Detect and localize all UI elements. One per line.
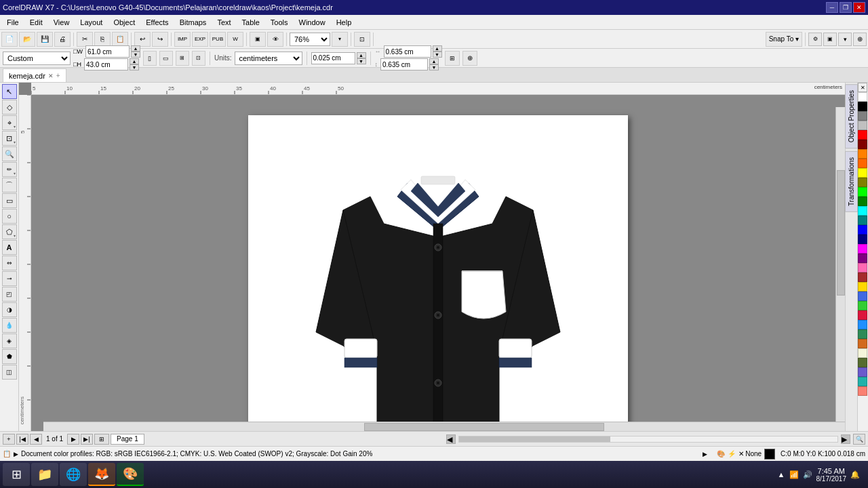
posy-spin-up[interactable]: ▲ <box>429 58 439 64</box>
transparency-tool[interactable]: ◑ <box>2 302 17 317</box>
menu-effects[interactable]: Effects <box>140 17 174 28</box>
taskbar-clock[interactable]: 7:45 AM 8/17/2017 <box>816 467 847 483</box>
page-tab-1[interactable]: Page 1 <box>111 434 144 445</box>
posx-input[interactable]: 0.635 cm <box>384 45 431 58</box>
horizontal-scroll-thumb[interactable] <box>364 423 605 431</box>
options-btn[interactable]: ⚙ <box>808 33 822 46</box>
color-swatch-21[interactable] <box>858 301 867 310</box>
color-swatch-13[interactable] <box>858 225 867 235</box>
color-swatch-3[interactable] <box>858 130 867 140</box>
white-swatch[interactable] <box>858 92 867 102</box>
menu-view[interactable]: View <box>48 17 75 28</box>
corel-btn[interactable]: 🎨 <box>117 463 144 486</box>
start-button[interactable]: ⊞ <box>3 463 30 486</box>
width-input[interactable]: 61.0 cm <box>85 45 130 58</box>
h-scroll-thumb[interactable] <box>459 436 610 442</box>
ellipse-tool[interactable]: ○ <box>2 209 17 224</box>
smear-tool[interactable]: ⌖ <box>2 115 17 130</box>
menu-tools[interactable]: Tools <box>265 17 294 28</box>
black-swatch[interactable] <box>858 102 867 111</box>
scroll-left-btn[interactable]: ◀ <box>446 434 456 444</box>
color-swatch-10[interactable] <box>858 197 867 206</box>
crop-tool[interactable]: ⊡ <box>2 131 17 146</box>
new-button[interactable]: 📄 <box>1 32 18 47</box>
text-tool[interactable]: A <box>2 240 17 255</box>
menu-bitmaps[interactable]: Bitmaps <box>174 17 212 28</box>
vertical-scroll-thumb[interactable] <box>837 170 845 296</box>
zoom-options[interactable]: ▾ <box>332 32 348 47</box>
restore-button[interactable]: ❐ <box>840 2 852 13</box>
ie-btn[interactable]: 🌐 <box>60 463 87 486</box>
zoom-dropdown[interactable]: 76% 100% 50% <box>290 33 330 46</box>
color-swatch-11[interactable] <box>858 206 867 216</box>
more-options[interactable]: ▾ <box>838 33 852 46</box>
menu-file[interactable]: File <box>1 17 24 28</box>
import-button[interactable]: IMP <box>174 32 191 47</box>
add-page[interactable]: ⊕ <box>853 33 867 46</box>
width-spin-up[interactable]: ▲ <box>131 45 140 52</box>
color-swatch-24[interactable] <box>858 329 867 339</box>
dimension-tool[interactable]: ⇔ <box>2 256 17 270</box>
color-swatch-26[interactable] <box>858 348 867 358</box>
horizontal-scrollbar[interactable] <box>43 422 845 431</box>
posx-spin-up[interactable]: ▲ <box>433 45 442 52</box>
color-swatch-12[interactable] <box>858 216 867 225</box>
color-swatch-19[interactable] <box>858 282 867 291</box>
posy-input[interactable]: 0.635 cm <box>380 58 428 70</box>
color-swatch-16[interactable] <box>858 253 867 263</box>
height-input[interactable]: 43.0 cm <box>84 58 128 70</box>
color-swatch-7[interactable] <box>858 168 867 178</box>
color-swatch-6[interactable] <box>858 159 867 168</box>
outline-tool[interactable]: ◫ <box>2 365 17 380</box>
color-swatch-25[interactable] <box>858 339 867 348</box>
window-controls[interactable]: ─ ❐ ✕ <box>826 2 865 13</box>
scroll-right-btn[interactable]: ▶ <box>841 434 850 444</box>
color-swatch-29[interactable] <box>858 377 867 386</box>
nudge-spin-down[interactable]: ▼ <box>357 58 366 64</box>
add-page-after-btn[interactable]: ⊞ <box>94 434 109 445</box>
height-spin-down[interactable]: ▼ <box>130 64 139 70</box>
next-page-btn[interactable]: ▶ <box>67 434 79 445</box>
nudge-input[interactable]: 0.025 cm <box>311 52 355 64</box>
height-spin-up[interactable]: ▲ <box>130 58 139 64</box>
drop-shadow-tool[interactable]: ◰ <box>2 287 17 302</box>
zoom-out-nav[interactable]: 🔍 <box>853 434 865 445</box>
menu-help[interactable]: Help <box>331 17 357 28</box>
notifications-btn[interactable]: 🔔 <box>850 470 860 479</box>
no-color-swatch[interactable]: ✕ <box>858 83 867 92</box>
select-tool[interactable]: ↖ <box>2 84 17 99</box>
smart-fill-tool[interactable]: ⬟ <box>2 349 17 364</box>
lens-btn[interactable]: 👁 <box>267 32 283 47</box>
color-swatch-18[interactable] <box>858 272 867 282</box>
color-swatch-4[interactable] <box>858 140 867 149</box>
menu-table[interactable]: Table <box>237 17 265 28</box>
undo-button[interactable]: ↩ <box>134 32 151 47</box>
posy-spin-down[interactable]: ▼ <box>429 64 439 70</box>
connector-tool[interactable]: ⊸ <box>2 271 17 286</box>
color-swatch-15[interactable] <box>858 244 867 253</box>
drawing-canvas[interactable] <box>31 95 845 431</box>
menu-object[interactable]: Object <box>108 17 140 28</box>
tab-close-button[interactable]: ✕ <box>48 73 54 79</box>
color-swatch-30[interactable] <box>858 386 867 396</box>
posx-spin-down[interactable]: ▼ <box>433 52 442 58</box>
cut-button[interactable]: ✂ <box>77 32 93 47</box>
zoom-tool[interactable]: 🔍 <box>2 146 17 161</box>
color-swatch-14[interactable] <box>858 235 867 244</box>
color-swatch-17[interactable] <box>858 263 867 272</box>
file-explorer-btn[interactable]: 📁 <box>31 463 58 486</box>
color-swatch-9[interactable] <box>858 187 867 197</box>
save-button[interactable]: 💾 <box>37 32 53 47</box>
document-tab[interactable]: kemeja.cdr ✕ + <box>3 68 66 82</box>
export-button[interactable]: EXP <box>192 32 208 47</box>
add-page-center[interactable]: ⊕ <box>462 51 477 66</box>
width-spin-down[interactable]: ▼ <box>131 52 140 58</box>
color-swatch-27[interactable] <box>858 358 867 367</box>
menu-window[interactable]: Window <box>294 17 331 28</box>
snap-to-btn[interactable]: Snap To ▾ <box>766 32 802 47</box>
menu-text[interactable]: Text <box>212 17 236 28</box>
freehand-tool[interactable]: ✏ <box>2 162 17 177</box>
smart-draw-tool[interactable]: ⌒ <box>2 178 17 192</box>
polygon-tool[interactable]: ⬠ <box>2 224 17 239</box>
color-swatch-22[interactable] <box>858 310 867 320</box>
